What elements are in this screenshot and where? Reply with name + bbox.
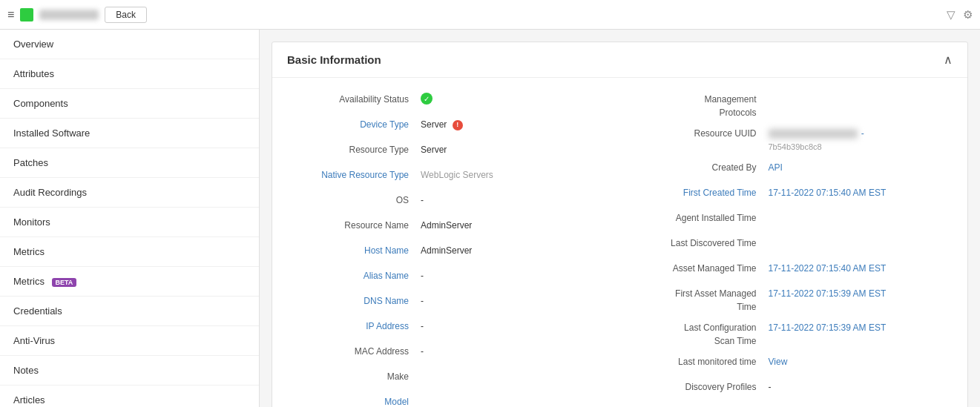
dns-name-label: DNS Name (287, 294, 421, 308)
created-by-label: Created By (635, 161, 769, 174)
resource-name-value: AdminServer (421, 219, 605, 232)
management-protocols-label: ManagementProtocols (635, 93, 769, 119)
make-label: Make (287, 370, 421, 383)
model-row: Model (287, 395, 605, 407)
asset-managed-time-row: Asset Managed Time 17-11-2022 07:15:40 A… (635, 262, 953, 279)
ip-address-row: IP Address - (287, 320, 605, 337)
back-button[interactable]: Back (105, 7, 147, 23)
sidebar-item-monitors[interactable]: Monitors (0, 208, 259, 237)
resource-uuid-label: Resource UUID (635, 127, 769, 140)
os-label: OS (287, 193, 421, 207)
native-resource-type-value: WebLogic Servers (421, 168, 605, 182)
host-name-row: Host Name AdminServer (287, 244, 605, 262)
alias-name-row: Alias Name - (287, 269, 605, 287)
first-created-time-row: First Created Time 17-11-2022 07:15:40 A… (635, 186, 953, 204)
alias-name-value: - (421, 269, 605, 282)
first-created-time-value: 17-11-2022 07:15:40 AM EST (769, 186, 953, 199)
sidebar-item-metrics[interactable]: Metrics (0, 237, 259, 267)
agent-installed-time-row: Agent Installed Time (635, 211, 953, 229)
status-green-square (20, 8, 33, 21)
sidebar-item-patches[interactable]: Patches (0, 148, 259, 178)
management-protocols-row: ManagementProtocols (635, 93, 953, 119)
last-config-scan-time-label: Last ConfigurationScan Time (635, 321, 769, 348)
last-discovered-time-row: Last Discovered Time (635, 236, 953, 254)
device-type-label: Device Type (287, 118, 421, 131)
device-name (39, 10, 99, 20)
availability-status-value (421, 93, 605, 108)
resource-uuid-blurred (769, 129, 858, 139)
first-created-time-label: First Created Time (635, 186, 769, 199)
sidebar-item-components[interactable]: Components (0, 89, 259, 119)
native-resource-type-row: Native Resource Type WebLogic Servers (287, 168, 605, 186)
device-type-value: Server (421, 118, 605, 131)
asset-managed-time-label: Asset Managed Time (635, 262, 769, 275)
created-by-row: Created By API (635, 161, 953, 179)
os-row: OS - (287, 193, 605, 211)
sidebar-item-anti-virus[interactable]: Anti-Virus (0, 326, 259, 356)
sidebar-item-credentials[interactable]: Credentials (0, 297, 259, 326)
filter-icon[interactable]: ▽ (947, 8, 956, 21)
last-monitored-time-value[interactable]: View (769, 355, 953, 368)
panel-body: Availability Status Device Type Server R… (272, 78, 967, 407)
hamburger-icon[interactable]: ≡ (7, 8, 14, 21)
sidebar-item-metrics-beta[interactable]: Metrics BETA (0, 267, 259, 297)
resource-type-row: Resource Type Server (287, 143, 605, 161)
mac-address-row: MAC Address - (287, 345, 605, 363)
dns-name-value: - (421, 294, 605, 308)
alias-name-label: Alias Name (287, 269, 421, 282)
sidebar-item-articles[interactable]: Articles (0, 386, 259, 407)
last-discovered-time-label: Last Discovered Time (635, 236, 769, 250)
sidebar-item-notes[interactable]: Notes (0, 356, 259, 386)
panel-header: Basic Information ∧ (272, 42, 967, 78)
resource-type-value: Server (421, 143, 605, 156)
sidebar-item-attributes[interactable]: Attributes (0, 59, 259, 89)
sidebar: Overview Attributes Components Installed… (0, 30, 260, 407)
gear-icon[interactable]: ⚙ (963, 8, 973, 21)
resource-uuid-value: - 7b54b39bc8c8 (769, 127, 953, 153)
main-layout: Overview Attributes Components Installed… (0, 30, 980, 407)
last-monitored-time-row: Last monitored time View (635, 355, 953, 373)
availability-status-row: Availability Status (287, 93, 605, 110)
top-bar-right: ▽ ⚙ (947, 8, 973, 21)
created-by-value: API (769, 161, 953, 174)
host-name-value: AdminServer (421, 244, 605, 257)
sidebar-item-audit-recordings[interactable]: Audit Recordings (0, 178, 259, 208)
sidebar-item-installed-software[interactable]: Installed Software (0, 119, 259, 148)
ip-address-value: - (421, 320, 605, 333)
resource-name-label: Resource Name (287, 219, 421, 232)
last-config-scan-time-row: Last ConfigurationScan Time 17-11-2022 0… (635, 321, 953, 348)
first-asset-managed-time-value: 17-11-2022 07:15:39 AM EST (769, 287, 953, 300)
sidebar-item-overview[interactable]: Overview (0, 30, 259, 59)
device-type-row: Device Type Server (287, 118, 605, 136)
right-info-section: ManagementProtocols Resource UUID - 7b54… (620, 85, 968, 407)
collapse-icon[interactable]: ∧ (944, 53, 953, 67)
os-value: - (421, 193, 605, 207)
host-name-label: Host Name (287, 244, 421, 257)
discovery-profiles-label: Discovery Profiles (635, 380, 769, 394)
mac-address-value: - (421, 345, 605, 358)
mac-address-label: MAC Address (287, 345, 421, 358)
make-row: Make (287, 370, 605, 388)
basic-information-panel: Basic Information ∧ Availability Status … (272, 42, 968, 407)
error-icon (453, 120, 463, 130)
last-monitored-time-label: Last monitored time (635, 355, 769, 368)
asset-managed-time-value: 17-11-2022 07:15:40 AM EST (769, 262, 953, 275)
check-icon (421, 93, 433, 105)
dns-name-row: DNS Name - (287, 294, 605, 312)
left-info-section: Availability Status Device Type Server R… (272, 85, 620, 407)
discovery-profiles-row: Discovery Profiles - (635, 380, 953, 398)
beta-badge: BETA (52, 278, 77, 287)
first-asset-managed-time-row: First Asset ManagedTime 17-11-2022 07:15… (635, 287, 953, 314)
agent-installed-time-label: Agent Installed Time (635, 211, 769, 225)
ip-address-label: IP Address (287, 320, 421, 333)
content: Basic Information ∧ Availability Status … (260, 30, 980, 407)
resource-uuid-row: Resource UUID - 7b54b39bc8c8 (635, 127, 953, 153)
native-resource-type-label: Native Resource Type (287, 168, 421, 182)
model-label: Model (287, 395, 421, 407)
availability-status-label: Availability Status (287, 93, 421, 106)
resource-name-row: Resource Name AdminServer (287, 219, 605, 236)
discovery-profiles-value: - (769, 380, 953, 394)
top-bar: ≡ Back ▽ ⚙ (0, 0, 980, 30)
top-bar-left: ≡ Back (7, 7, 147, 23)
resource-type-label: Resource Type (287, 143, 421, 156)
